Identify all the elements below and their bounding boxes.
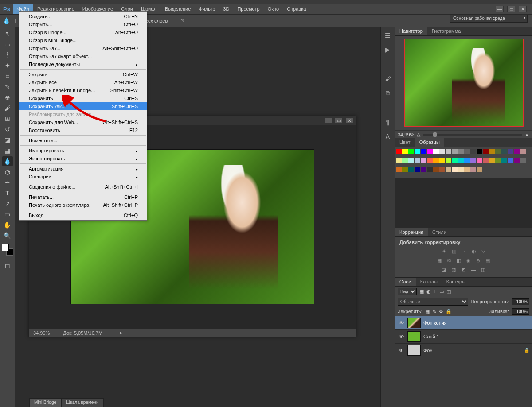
para-icon[interactable]: A: [383, 132, 392, 140]
brush-preset-icon[interactable]: 🖌: [383, 75, 392, 83]
swatch[interactable]: [439, 158, 445, 163]
swatch[interactable]: [489, 149, 495, 154]
swatch[interactable]: [402, 149, 408, 154]
blur-tool[interactable]: 💧: [2, 156, 13, 166]
filter-shape-icon[interactable]: ▭: [439, 289, 444, 295]
swatch[interactable]: [501, 149, 507, 154]
color-picker[interactable]: [2, 244, 13, 256]
visibility-icon[interactable]: 👁: [398, 320, 405, 326]
char-icon[interactable]: ¶: [383, 118, 392, 126]
move-tool[interactable]: ↖: [2, 29, 13, 39]
swatch[interactable]: [470, 149, 476, 154]
swatch[interactable]: [433, 158, 439, 163]
swatch[interactable]: [433, 167, 439, 172]
swatch[interactable]: [520, 158, 526, 163]
file-menu-item[interactable]: Обзор в Mini Bridge...: [19, 36, 147, 44]
swatch[interactable]: [470, 167, 476, 172]
lasso-tool[interactable]: ⟆: [2, 50, 13, 60]
swatch[interactable]: [421, 158, 426, 163]
swatch[interactable]: [446, 158, 451, 163]
threshold-icon[interactable]: ◩: [461, 267, 466, 273]
swatch[interactable]: [402, 158, 408, 163]
mixer-icon[interactable]: ⊚: [476, 258, 480, 264]
lock-all-icon[interactable]: 🔒: [446, 309, 452, 314]
file-menu-item[interactable]: Сведения о файле...Alt+Shift+Ctrl+I: [19, 183, 147, 191]
file-menu-item[interactable]: ВосстановитьF12: [19, 126, 147, 134]
swatch[interactable]: [396, 149, 402, 154]
swatch[interactable]: [452, 158, 458, 163]
swatch[interactable]: [464, 167, 470, 172]
file-menu-item[interactable]: Сохранить для Web...Alt+Shift+Ctrl+S: [19, 118, 147, 126]
swatch[interactable]: [452, 167, 458, 172]
history-brush-tool[interactable]: ↺: [2, 124, 13, 134]
layer-kind-select[interactable]: Вид: [398, 288, 417, 295]
swatch[interactable]: [415, 158, 420, 163]
file-menu-item[interactable]: Закрыть всеAlt+Ctrl+W: [19, 78, 147, 86]
swatch[interactable]: [458, 158, 464, 163]
swatch[interactable]: [415, 149, 420, 154]
brush-tool[interactable]: 🖌: [2, 103, 13, 113]
navigator-zoom[interactable]: 34,99%: [398, 132, 414, 137]
file-menu-item[interactable]: Экспортировать: [19, 155, 147, 163]
doc-minimize-icon[interactable]: —: [324, 117, 332, 124]
file-menu-item[interactable]: Открыть как смарт-объект...: [19, 52, 147, 60]
color-tab[interactable]: Цвет: [395, 138, 415, 147]
invert-icon[interactable]: ◪: [442, 267, 446, 273]
swatch[interactable]: [408, 167, 414, 172]
file-menu-item[interactable]: ЗакрытьCtrl+W: [19, 70, 147, 78]
file-menu-item[interactable]: Закрыть и перейти в Bridge...Shift+Ctrl+…: [19, 86, 147, 94]
menu-выделение[interactable]: Выделение: [161, 4, 195, 14]
channels-tab[interactable]: Каналы: [416, 278, 442, 286]
mini-bridge-tab[interactable]: Mini Bridge: [29, 398, 61, 407]
swatch[interactable]: [464, 149, 470, 154]
dodge-tool[interactable]: ◔: [2, 167, 13, 177]
swatch[interactable]: [495, 149, 501, 154]
file-menu-item[interactable]: Печатать...Ctrl+P: [19, 193, 147, 201]
swatch[interactable]: [483, 158, 489, 163]
adjustments-tab[interactable]: Коррекция: [395, 228, 428, 236]
filter-type-icon[interactable]: T: [434, 289, 437, 294]
menu-3d[interactable]: 3D: [219, 4, 233, 14]
swatch[interactable]: [408, 158, 414, 163]
workspace-select[interactable]: Основная рабочая среда: [450, 15, 528, 23]
file-menu-item[interactable]: Создать...Ctrl+N: [19, 12, 147, 20]
styles-tab[interactable]: Стили: [428, 228, 451, 236]
selective-icon[interactable]: ◫: [481, 267, 485, 273]
file-menu-item[interactable]: Сохранить как...Shift+Ctrl+S: [19, 102, 147, 110]
swatch[interactable]: [489, 158, 495, 163]
levels-icon[interactable]: ▥: [452, 248, 456, 254]
pen-tool[interactable]: ✒: [2, 178, 13, 187]
swatch[interactable]: [427, 167, 433, 172]
maximize-button[interactable]: ▭: [507, 6, 515, 12]
layer-row[interactable]: 👁Фон🔒: [395, 344, 532, 357]
swatch[interactable]: [421, 167, 426, 172]
menu-фильтр[interactable]: Фильтр: [195, 4, 219, 14]
layer-row[interactable]: 👁Слой 1: [395, 330, 532, 344]
swatches-tab[interactable]: Образцы: [415, 138, 444, 147]
navigator-thumbnail[interactable]: [404, 39, 524, 127]
lock-pixels-icon[interactable]: ▦: [425, 309, 430, 314]
timeline-tab[interactable]: Шкала времени: [61, 398, 103, 407]
file-menu-item[interactable]: Открыть как...Alt+Shift+Ctrl+O: [19, 44, 147, 52]
file-menu-item[interactable]: Обзор в Bridge...Alt+Ctrl+O: [19, 28, 147, 36]
bw-icon[interactable]: ◧: [457, 258, 461, 264]
gradient-map-icon[interactable]: ▬: [471, 267, 476, 273]
layers-tab[interactable]: Слои: [395, 278, 416, 286]
swatch[interactable]: [421, 149, 426, 154]
menu-справка[interactable]: Справка: [283, 4, 310, 14]
vibrance-icon[interactable]: ▽: [481, 248, 485, 254]
swatch[interactable]: [514, 149, 520, 154]
hand-tool[interactable]: ✋: [2, 220, 13, 230]
pressure-icon[interactable]: ✎: [181, 18, 185, 23]
stamp-tool[interactable]: ⊞: [2, 114, 13, 124]
swatch[interactable]: [427, 149, 433, 154]
quickmask-tool[interactable]: ◻: [2, 261, 13, 271]
actions-icon[interactable]: ▶: [383, 46, 392, 54]
swatch[interactable]: [495, 158, 501, 163]
heal-tool[interactable]: ⊕: [2, 93, 13, 102]
swatch[interactable]: [402, 167, 408, 172]
swatch[interactable]: [439, 149, 445, 154]
file-menu-item[interactable]: Последние документы: [19, 60, 147, 68]
file-menu-item[interactable]: Автоматизация: [19, 165, 147, 173]
balance-icon[interactable]: ⚖: [447, 258, 451, 264]
